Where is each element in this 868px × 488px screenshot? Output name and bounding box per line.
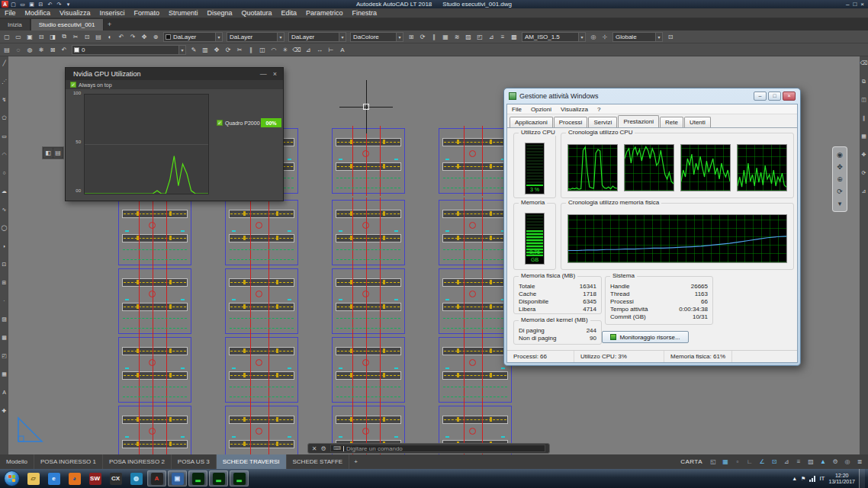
redo-icon[interactable]: ↷ — [56, 0, 63, 8]
mirror-icon[interactable]: ◫ — [860, 95, 868, 104]
pan-icon[interactable]: ✥ — [139, 32, 149, 42]
hidden-icons-chevron[interactable]: ▲ — [792, 476, 797, 481]
copy-icon[interactable]: ⧉ — [860, 77, 868, 85]
offset-icon[interactable]: ∥ — [246, 45, 256, 55]
pan-icon[interactable]: ✥ — [834, 162, 845, 172]
erase-icon[interactable]: ⌫ — [291, 45, 302, 55]
tm-maximize-button[interactable]: □ — [768, 92, 781, 101]
layer-properties-icon[interactable]: ▤ — [2, 45, 12, 55]
solidworks-icon[interactable]: SW — [85, 470, 104, 486]
match-properties-icon[interactable]: ◐ — [104, 32, 115, 42]
layout-tab-posa-ingresso-2[interactable]: POSA INGRESSO 2 — [103, 454, 172, 469]
qnew-icon[interactable]: ▢ — [10, 0, 17, 8]
qat-dropdown-icon[interactable]: ▾ — [65, 0, 72, 8]
tm-menu-help[interactable]: ? — [593, 106, 605, 113]
table-icon[interactable]: ▦ — [440, 32, 451, 42]
measure-icon[interactable]: ∥ — [429, 32, 439, 42]
layer-lock-icon[interactable]: ⊠ — [47, 45, 58, 55]
file-tab-inizia[interactable]: Inizia — [0, 19, 31, 30]
network-icon[interactable] — [809, 476, 815, 482]
isolate-objects-icon[interactable]: ◎ — [842, 457, 853, 467]
gpu-minimize-button[interactable]: — — [260, 70, 267, 78]
annotation-scale-combo[interactable]: AM_ISO_1.5▾ — [522, 32, 586, 42]
gpu-device-checkbox[interactable]: ✓ — [217, 120, 223, 126]
plot-icon[interactable]: ⊟ — [37, 0, 44, 8]
point-icon[interactable]: · — [0, 297, 8, 305]
object-snap-icon[interactable]: ⊡ — [769, 457, 780, 467]
menu-formato[interactable]: Formato — [129, 8, 164, 18]
workspace-switching-icon[interactable]: ⚙ — [830, 457, 841, 467]
command-input[interactable]: ⌨ Digitare un comando — [330, 445, 545, 452]
open-icon[interactable]: ▭ — [19, 0, 26, 8]
rectangle-icon[interactable]: ▭ — [0, 132, 8, 140]
ortho-mode-icon[interactable]: ∟ — [744, 457, 755, 467]
maximize-button[interactable]: □ — [853, 1, 857, 8]
layer-combo[interactable]: 0▾ — [72, 45, 186, 55]
stretch-icon[interactable]: ↔ — [314, 45, 325, 55]
publish-icon[interactable]: ⧉ — [59, 32, 69, 42]
make-current-icon[interactable]: ✎ — [188, 45, 199, 55]
polygon-icon[interactable]: ⬠ — [0, 114, 8, 122]
snap-mode-icon[interactable]: ▫ — [732, 457, 743, 467]
mirror-icon[interactable]: ◫ — [257, 45, 268, 55]
viewport-lock-icon[interactable]: ▤ — [53, 148, 63, 158]
grid-display-icon[interactable]: ▦ — [720, 457, 731, 467]
action-center-flag-icon[interactable]: ⚑ — [801, 476, 805, 482]
redo-icon[interactable]: ↷ — [127, 32, 138, 42]
ellipse-arc-icon[interactable]: ◗ — [0, 242, 8, 250]
move-icon[interactable]: ✥ — [860, 150, 868, 159]
customize-command-icon[interactable]: ⚙ — [319, 445, 328, 452]
task-manager-titlebar[interactable]: Gestione attività Windows – □ × — [504, 88, 800, 104]
region-icon[interactable]: ⊿ — [486, 32, 497, 42]
menu-file[interactable]: File — [0, 8, 21, 18]
plotstyle-combo[interactable]: DaColore▾ — [350, 32, 403, 42]
transparency-icon[interactable]: ▨ — [805, 457, 816, 467]
boundary-icon[interactable]: ◰ — [474, 32, 485, 42]
polar-tracking-icon[interactable]: ∠ — [757, 457, 767, 467]
space-indicator[interactable]: CARTA — [680, 458, 702, 465]
save-icon[interactable]: ▣ — [24, 32, 35, 42]
plot-icon[interactable]: ⊟ — [36, 32, 47, 42]
pdf-app-icon[interactable]: ▣ — [168, 470, 187, 486]
copy-icon[interactable]: ⊡ — [82, 32, 92, 42]
layout-tab-posa-ingresso-1[interactable]: POSA INGRESSO 1 — [34, 454, 103, 469]
save-icon[interactable]: ▣ — [28, 0, 35, 8]
line-icon[interactable]: ╱ — [0, 59, 8, 67]
new-icon[interactable]: ▢ — [2, 32, 12, 42]
command-line[interactable]: ✕ ⚙ ⌨ Digitare un comando — [307, 443, 550, 454]
menu-quotatura[interactable]: Quotatura — [236, 8, 276, 18]
rotate-icon[interactable]: ⟳ — [860, 169, 868, 177]
move-icon[interactable]: ✥ — [211, 45, 222, 55]
layer-off-icon[interactable]: ◌ — [13, 45, 24, 55]
linetype-combo[interactable]: DaLayer▾ — [227, 32, 285, 42]
insert-block-icon[interactable]: ⊡ — [0, 260, 8, 268]
menu-edita[interactable]: Edita — [277, 8, 302, 18]
layer-states-icon[interactable]: ▥ — [200, 45, 211, 55]
lineweight-display-icon[interactable]: ≡ — [793, 457, 804, 467]
erase-icon[interactable]: ⌫ — [860, 59, 868, 67]
menu-inserisci[interactable]: Inserisci — [95, 8, 129, 18]
ellipse-icon[interactable]: ◯ — [0, 223, 8, 232]
menu-disegna[interactable]: Disegna — [202, 8, 236, 18]
tm-menu-file[interactable]: File — [507, 106, 526, 113]
rotate-icon[interactable]: ⟳ — [223, 45, 233, 55]
layout-tab-schede-traversi[interactable]: SCHEDE TRAVERSI — [217, 454, 287, 469]
offset-icon[interactable]: ∥ — [860, 114, 868, 122]
layer-previous-icon[interactable]: ↶ — [59, 45, 69, 55]
scale-icon[interactable]: ⊿ — [303, 45, 313, 55]
start-button[interactable] — [4, 470, 20, 486]
web-browser-globe-icon[interactable]: ◍ — [127, 470, 146, 486]
array-icon[interactable]: ▦ — [860, 132, 868, 140]
color-combo[interactable]: DaLayer▾ — [163, 32, 223, 42]
lineweight-combo[interactable]: DaLayer▾ — [288, 32, 346, 42]
autocad-logo-icon[interactable]: A — [2, 1, 8, 8]
led-display-app-icon-2[interactable]: ▂ — [209, 470, 228, 486]
fillet-icon[interactable]: ◠ — [268, 45, 279, 55]
menu-parametrico[interactable]: Parametrico — [301, 8, 348, 18]
layout-tab-modello[interactable]: Modello — [0, 454, 34, 469]
array-icon[interactable]: ▩ — [509, 32, 519, 42]
spline-icon[interactable]: ∿ — [0, 205, 8, 214]
viewport-tool-icon[interactable]: ◧ — [43, 148, 53, 158]
trim-icon[interactable]: ✂ — [234, 45, 245, 55]
layer-freeze-icon[interactable]: ❄ — [36, 45, 47, 55]
